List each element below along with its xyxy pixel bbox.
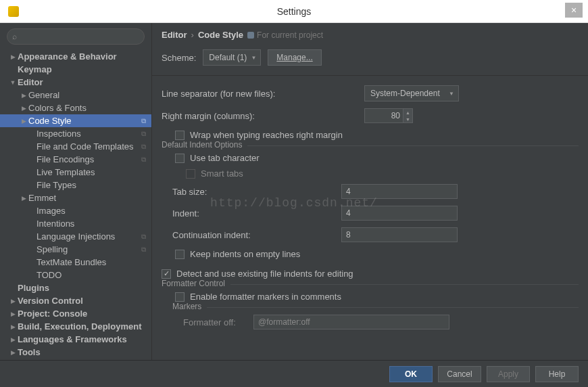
- tree-item-file-encodings[interactable]: File Encodings⧉: [0, 153, 151, 166]
- sidebar: ⌕ Appearance & BehaviorKeymapEditorGener…: [0, 23, 151, 360]
- tree-arrow-icon: [9, 311, 16, 317]
- keep-indents-checkbox[interactable]: Keep indents on empty lines: [162, 249, 579, 259]
- tree-item-label: Project: Console: [18, 309, 87, 319]
- project-badge-icon: ⧉: [141, 130, 146, 138]
- line-separator-dropdown[interactable]: System-Dependent: [364, 85, 459, 101]
- tree-arrow-icon: [9, 349, 16, 356]
- tree-item-label: Intentions: [36, 219, 74, 229]
- window-title: Settings: [277, 6, 312, 17]
- tree-item-label: Images: [36, 206, 66, 216]
- cancel-button[interactable]: Cancel: [438, 366, 481, 382]
- tree-item-textmate-bundles[interactable]: TextMate Bundles: [0, 256, 151, 269]
- checkbox-icon: [175, 250, 185, 259]
- manage-button[interactable]: Manage...: [268, 49, 321, 66]
- checkbox-icon: [175, 131, 185, 140]
- tree-item-label: Build, Execution, Deployment: [18, 321, 141, 332]
- close-button[interactable]: ×: [565, 3, 583, 18]
- tree-item-language-injections[interactable]: Language Injections⧉: [0, 230, 151, 243]
- tree-item-project-console[interactable]: Project: Console: [0, 307, 151, 320]
- project-scope-icon: [247, 32, 254, 39]
- scheme-dropdown[interactable]: Default (1): [203, 49, 261, 66]
- right-margin-spinner[interactable]: ▲▼: [403, 109, 412, 122]
- tree-item-label: General: [28, 90, 59, 100]
- dialog-footer: OK Cancel Apply Help: [0, 360, 588, 387]
- tree-item-build-execution-deployment[interactable]: Build, Execution, Deployment: [0, 320, 151, 333]
- tree-item-emmet[interactable]: Emmet: [0, 191, 151, 204]
- tree-item-version-control[interactable]: Version Control: [0, 294, 151, 307]
- tree-item-label: TODO: [36, 270, 62, 280]
- tree-item-label: TextMate Bundles: [36, 257, 106, 267]
- project-badge-icon: ⧉: [141, 246, 146, 254]
- tree-arrow-icon: [20, 92, 27, 99]
- tree-arrow-icon: [9, 323, 16, 330]
- tree-item-label: Version Control: [18, 296, 83, 306]
- detect-indents-checkbox[interactable]: Detect and use existing file indents for…: [162, 269, 579, 279]
- default-indent-legend: Default Indent Options: [162, 140, 247, 150]
- tree-item-languages-frameworks[interactable]: Languages & Frameworks: [0, 333, 151, 346]
- tree-item-label: Live Templates: [36, 167, 95, 177]
- tree-item-label: File and Code Templates: [36, 141, 134, 152]
- tree-item-todo[interactable]: TODO: [0, 269, 151, 281]
- ok-button[interactable]: OK: [389, 366, 433, 382]
- tab-size-label: Tab size:: [162, 187, 341, 197]
- tab-size-input[interactable]: [341, 184, 458, 199]
- tree-item-file-types[interactable]: File Types: [0, 179, 151, 191]
- title-bar: Settings ×: [0, 0, 588, 23]
- help-button[interactable]: Help: [535, 366, 579, 382]
- breadcrumb-parent: Editor: [162, 30, 187, 40]
- apply-button[interactable]: Apply: [487, 366, 530, 382]
- smart-tabs-checkbox[interactable]: Smart tabs: [162, 168, 579, 179]
- markers-legend: Markers: [172, 302, 207, 311]
- checkbox-icon: [175, 154, 185, 163]
- tree-item-inspections[interactable]: Inspections⧉: [0, 127, 151, 140]
- tree-item-label: Colors & Fonts: [28, 103, 87, 113]
- tree-item-label: Languages & Frameworks: [18, 334, 127, 344]
- continuation-indent-label: Continuation indent:: [162, 230, 341, 240]
- project-badge-icon: ⧉: [141, 143, 146, 151]
- search-input[interactable]: [7, 28, 145, 45]
- breadcrumb-current: Code Style: [198, 30, 243, 40]
- tree-item-live-templates[interactable]: Live Templates: [0, 166, 151, 179]
- tree-arrow-icon: [9, 53, 16, 60]
- tree-item-label: Emmet: [28, 193, 56, 203]
- tree-item-tools[interactable]: Tools: [0, 346, 151, 359]
- checkbox-icon: [162, 269, 171, 279]
- formatter-control-legend: Formatter Control: [162, 279, 230, 288]
- line-separator-label: Line separator (for new files):: [162, 89, 364, 99]
- use-tab-checkbox[interactable]: Use tab character: [162, 153, 579, 163]
- continuation-indent-input[interactable]: [341, 227, 458, 242]
- project-badge-icon: ⧉: [141, 233, 146, 241]
- tree-item-keymap[interactable]: Keymap: [0, 63, 151, 76]
- tree-item-colors-fonts[interactable]: Colors & Fonts: [0, 101, 151, 114]
- tree-item-appearance-behavior[interactable]: Appearance & Behavior: [0, 50, 151, 63]
- tree-arrow-icon: [20, 195, 27, 202]
- app-icon: [8, 6, 19, 17]
- right-margin-label: Right margin (columns):: [162, 111, 364, 121]
- enable-formatter-markers-checkbox[interactable]: Enable formatter markers in comments: [162, 292, 579, 302]
- tree-item-label: File Encodings: [36, 154, 94, 164]
- indent-label: Indent:: [162, 208, 341, 219]
- tree-item-intentions[interactable]: Intentions: [0, 217, 151, 230]
- formatter-off-label: Formatter off:: [172, 317, 253, 327]
- tree-item-label: Editor: [18, 77, 43, 87]
- indent-input[interactable]: [341, 206, 458, 221]
- tree-item-general[interactable]: General: [0, 89, 151, 101]
- tree-item-label: Code Style: [28, 116, 72, 126]
- breadcrumb: Editor › Code Style For current project: [152, 23, 588, 45]
- tree-item-label: Inspections: [36, 129, 81, 139]
- tree-item-spelling[interactable]: Spelling⧉: [0, 243, 151, 256]
- tree-item-code-style[interactable]: Code Style⧉: [0, 114, 151, 127]
- checkbox-icon: [175, 292, 185, 302]
- settings-tree[interactable]: Appearance & BehaviorKeymapEditorGeneral…: [0, 50, 151, 360]
- tree-item-plugins[interactable]: Plugins: [0, 281, 151, 294]
- scheme-label: Scheme:: [162, 53, 196, 63]
- wrap-typing-checkbox[interactable]: Wrap when typing reaches right margin: [162, 130, 579, 140]
- tree-item-file-and-code-templates[interactable]: File and Code Templates⧉: [0, 140, 151, 153]
- tree-arrow-icon: [20, 118, 27, 124]
- tree-item-label: Keymap: [18, 64, 52, 74]
- tree-item-label: Spelling: [36, 244, 68, 254]
- checkbox-icon: [186, 169, 195, 179]
- tree-item-images[interactable]: Images: [0, 204, 151, 217]
- tree-item-label: Language Injections: [36, 231, 115, 242]
- tree-item-editor[interactable]: Editor: [0, 76, 151, 89]
